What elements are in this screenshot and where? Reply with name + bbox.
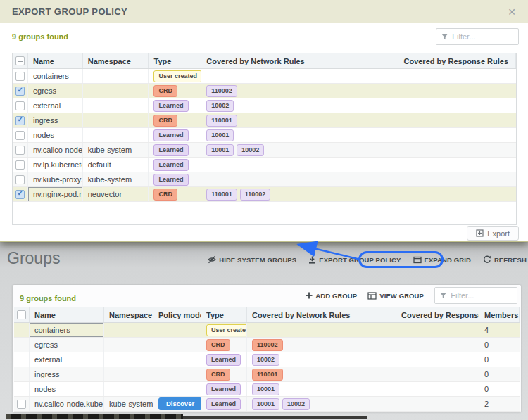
- row-checkbox[interactable]: [15, 175, 25, 184]
- column-header-response-rules[interactable]: Covered by Response Rules: [398, 53, 516, 68]
- export-button[interactable]: Export: [467, 226, 519, 241]
- type-cell: Learned: [149, 172, 201, 186]
- select-all-cell: [14, 307, 30, 322]
- row-checkbox-cell: [13, 128, 28, 142]
- modal-filter-box[interactable]: [436, 28, 519, 45]
- table-row[interactable]: externalLearned10002: [13, 98, 516, 113]
- table-row[interactable]: egressCRD110002: [13, 84, 516, 98]
- table-row[interactable]: ingressCRD1100010: [14, 367, 520, 382]
- refresh-button[interactable]: REFRESH: [483, 255, 527, 264]
- row-checkbox[interactable]: [15, 146, 25, 155]
- table-row[interactable]: externalLearned100020: [14, 352, 520, 367]
- table-row[interactable]: containersUser created: [13, 69, 516, 84]
- group-count: 9 groups found: [12, 32, 68, 41]
- network-rules-cell: [201, 172, 398, 186]
- filter-funnel-icon: [441, 33, 448, 41]
- column-header-network-rules[interactable]: Covered by Network Rules: [201, 53, 398, 68]
- members-cell: 0: [479, 367, 520, 381]
- group-name-cell: nodes: [28, 128, 83, 142]
- column-header-type[interactable]: Type: [149, 53, 201, 68]
- table-row[interactable]: ingressCRD110001: [13, 113, 516, 128]
- refresh-icon: [483, 255, 491, 264]
- policy-mode-cell: [153, 382, 201, 396]
- row-checkbox[interactable]: [15, 87, 25, 96]
- response-rules-cell: [396, 323, 479, 337]
- response-rules-cell: [398, 98, 516, 113]
- table-row[interactable]: nv.ip.kubernetes.ddefaultLearned: [13, 158, 516, 172]
- badge: CRD: [206, 339, 230, 351]
- badge: 10001: [252, 398, 279, 410]
- badge: Learned: [153, 159, 188, 171]
- modal-filter-input[interactable]: [452, 32, 513, 41]
- export-button-label: Export: [487, 229, 510, 238]
- table-row[interactable]: nv.kube-proxy.kubkube-systemLearned: [13, 172, 516, 187]
- members-cell: 0: [479, 338, 520, 352]
- group-name-cell: containers: [30, 323, 104, 337]
- namespace-cell: [83, 69, 149, 83]
- response-rules-cell: [398, 128, 516, 142]
- hide-system-groups-button[interactable]: HIDE SYSTEM GROUPS: [208, 255, 296, 264]
- members-cell: 4: [479, 323, 520, 337]
- column-header-policy-mode[interactable]: Policy mode: [153, 307, 201, 322]
- add-group-button[interactable]: ADD GROUP: [306, 292, 357, 300]
- groups-filter-box[interactable]: [434, 287, 517, 304]
- close-icon[interactable]: ✕: [508, 7, 516, 17]
- network-rules-cell: [201, 69, 398, 83]
- select-all-checkbox[interactable]: [15, 56, 25, 65]
- network-rules-cell: 1000110002: [201, 143, 398, 157]
- table-row[interactable]: nv.calico-node.kubkube-systemLearned1000…: [13, 143, 516, 158]
- row-checkbox[interactable]: [15, 116, 25, 125]
- column-header-type[interactable]: Type: [201, 307, 247, 322]
- response-rules-cell: [396, 397, 479, 411]
- row-checkbox-cell: [13, 143, 28, 157]
- badge: 110001: [206, 189, 237, 201]
- row-checkbox[interactable]: [15, 190, 25, 199]
- expand-icon: [413, 256, 422, 264]
- column-header-name[interactable]: Name: [28, 53, 83, 68]
- view-group-button[interactable]: VIEW GROUP: [367, 292, 424, 300]
- export-group-policy-button[interactable]: EXPORT GROUP POLICY: [308, 256, 401, 264]
- download-icon: [308, 256, 316, 264]
- column-header-namespace[interactable]: Namespace: [104, 307, 153, 322]
- row-checkbox[interactable]: [15, 131, 25, 140]
- network-rules-cell: 110001: [201, 113, 398, 127]
- badge: Learned: [153, 129, 188, 141]
- policy-mode-cell: [153, 352, 201, 367]
- group-name-cell: egress: [28, 84, 83, 98]
- table-row[interactable]: containersUser created4: [14, 323, 520, 338]
- column-header-namespace[interactable]: Namespace: [83, 53, 149, 68]
- badge: 10001: [206, 129, 234, 141]
- taskbar-fragment: [6, 414, 183, 419]
- table-row[interactable]: nodesLearned10001: [13, 128, 516, 143]
- policy-mode-badge[interactable]: Discover: [158, 397, 201, 411]
- expand-grid-button[interactable]: EXPAND GRID: [413, 256, 471, 264]
- column-header-network-rules[interactable]: Covered by Network Rules: [247, 307, 396, 322]
- row-checkbox[interactable]: [15, 101, 25, 110]
- select-all-checkbox[interactable]: [17, 310, 26, 319]
- table-row[interactable]: nv.nginx-pod.neuvneuvectorCRD11000111000…: [13, 187, 516, 202]
- namespace-cell: [83, 84, 149, 98]
- badge: CRD: [153, 189, 177, 201]
- policy-mode-cell: [153, 338, 201, 352]
- row-checkbox[interactable]: [15, 72, 25, 81]
- row-checkbox-cell: [13, 98, 28, 113]
- group-name-cell: nv.calico-node.kub: [28, 143, 83, 157]
- badge: Learned: [206, 354, 241, 366]
- badge: 110001: [206, 115, 237, 127]
- table-row[interactable]: egressCRD1100020: [14, 338, 520, 352]
- table-row[interactable]: nv.calico-node.kube-syskube-systemDiscov…: [14, 397, 520, 412]
- badge: 10002: [282, 398, 310, 410]
- column-header-response-rules[interactable]: Covered by Response R..: [396, 307, 479, 322]
- namespace-cell: [104, 323, 153, 337]
- table-row[interactable]: nodesLearned100010: [14, 382, 520, 397]
- network-rules-cell: 10001: [247, 382, 396, 396]
- row-checkbox-cell: [14, 367, 30, 381]
- row-checkbox[interactable]: [17, 400, 26, 409]
- group-name-cell: external: [28, 98, 83, 113]
- response-rules-cell: [398, 84, 516, 98]
- column-header-members[interactable]: Members: [479, 307, 520, 322]
- column-header-name[interactable]: Name: [30, 307, 104, 322]
- groups-filter-input[interactable]: [451, 291, 512, 300]
- row-checkbox[interactable]: [15, 160, 25, 170]
- type-cell: Learned: [149, 128, 201, 142]
